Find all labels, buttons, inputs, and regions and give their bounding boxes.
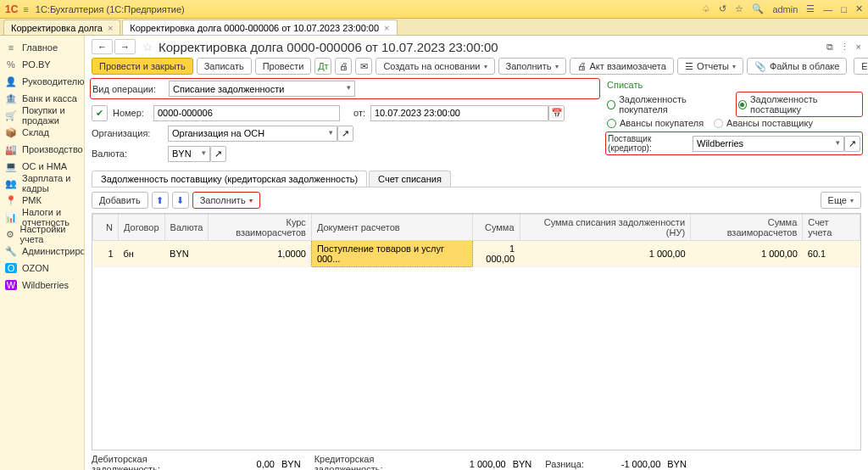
col-contract[interactable]: Договор bbox=[119, 215, 165, 241]
table: N Договор Валюта Курс взаиморасчетов Док… bbox=[92, 213, 861, 450]
date-input[interactable]: 10.07.2023 23:00:00 bbox=[370, 105, 548, 121]
close-icon[interactable]: × bbox=[108, 23, 113, 33]
move-up-button[interactable]: ⬆ bbox=[152, 192, 169, 209]
link-icon[interactable]: ⧉ bbox=[826, 42, 833, 53]
dt-kt-icon[interactable]: Дт bbox=[314, 58, 331, 75]
currency-select[interactable]: BYN bbox=[168, 146, 210, 162]
reports-button[interactable]: ☰Отчеты▾ bbox=[677, 58, 743, 75]
close-icon[interactable]: × bbox=[384, 23, 389, 33]
close-icon[interactable]: × bbox=[856, 42, 861, 52]
cell-contract[interactable]: бн bbox=[119, 241, 165, 267]
col-currency[interactable]: Валюта bbox=[164, 215, 209, 241]
factory-icon: 🏭 bbox=[5, 144, 17, 155]
print-icon[interactable]: 🖨 bbox=[335, 58, 352, 75]
people-icon: 👥 bbox=[5, 178, 17, 189]
cell-rate[interactable]: 1,0000 bbox=[209, 241, 311, 267]
number-input[interactable]: 0000-000006 bbox=[153, 105, 340, 121]
more-table-button[interactable]: Еще▾ bbox=[821, 192, 861, 209]
radio-creditor[interactable]: Задолженность поставщику bbox=[736, 92, 863, 117]
open-icon[interactable]: ↗ bbox=[337, 126, 353, 142]
sidebar-item-wb[interactable]: WWildberries bbox=[0, 277, 84, 294]
cred-label: Кредиторская задолженность: bbox=[314, 454, 442, 470]
sidebar-item-taxes[interactable]: 📊Налоги и отчетность bbox=[0, 209, 84, 226]
cell-summut[interactable]: 1 000,00 bbox=[691, 241, 803, 267]
open-icon[interactable]: ↗ bbox=[844, 136, 860, 152]
create-based-button[interactable]: Создать на основании▾ bbox=[376, 58, 494, 75]
move-down-button[interactable]: ⬇ bbox=[172, 192, 189, 209]
sidebar-item-sales[interactable]: 🛒Покупки и продажи bbox=[0, 107, 84, 124]
radio-adv-buyer[interactable]: Авансы покупателя bbox=[607, 118, 704, 128]
deb-value: 0,00 bbox=[210, 459, 278, 469]
subtabs: Задолженность поставщику (кредиторская з… bbox=[92, 171, 861, 187]
col-acct[interactable]: Счет учета bbox=[803, 215, 860, 241]
titlebar: 1C ≡ 1С:Бухгалтерия (1С:Предприятие) ♤ ↺… bbox=[0, 0, 868, 19]
menu-icon[interactable]: ≡ bbox=[23, 4, 28, 14]
search-icon[interactable]: 🔍 bbox=[752, 3, 764, 14]
col-sumwo[interactable]: Сумма списания задолженности (НУ) bbox=[520, 215, 691, 241]
subtab-account[interactable]: Счет списания bbox=[369, 171, 451, 187]
menu-dots-icon[interactable]: ⋮ bbox=[840, 42, 849, 53]
col-n[interactable]: N bbox=[93, 215, 119, 241]
sidebar-item-main[interactable]: ≡Главное bbox=[0, 39, 84, 56]
supplier-select[interactable]: Wildberries bbox=[693, 136, 844, 152]
radio-debtor[interactable]: Задолженность покупателя bbox=[607, 93, 727, 115]
tab-label: Корректировка долга 0000-000006 от 10.07… bbox=[130, 23, 379, 33]
calendar-icon[interactable]: 📅 bbox=[548, 105, 565, 121]
sidebar-item-rmk[interactable]: 📍РМК bbox=[0, 192, 84, 209]
cell-acct[interactable]: 60.1 bbox=[803, 241, 860, 267]
subtab-debt[interactable]: Задолженность поставщику (кредиторская з… bbox=[92, 171, 367, 187]
tab-document[interactable]: Корректировка долга 0000-000006 от 10.07… bbox=[122, 20, 397, 35]
cred-cur: BYN bbox=[513, 459, 532, 469]
history-icon[interactable]: ↺ bbox=[719, 3, 726, 14]
cell-docr[interactable]: Поступление товаров и услуг 000... bbox=[311, 241, 473, 267]
sidebar-item-settings[interactable]: ⚙Настройки учета bbox=[0, 226, 84, 243]
sidebar-item-production[interactable]: 🏭Производство bbox=[0, 141, 84, 158]
favorite-icon[interactable]: ☆ bbox=[142, 40, 153, 53]
col-rate[interactable]: Курс взаиморасчетов bbox=[209, 215, 311, 241]
open-icon[interactable]: ↗ bbox=[210, 146, 226, 162]
wrench-icon: 🔧 bbox=[5, 246, 17, 257]
email-icon[interactable]: ✉ bbox=[355, 58, 372, 75]
col-docr[interactable]: Документ расчетов bbox=[311, 215, 473, 241]
tab-list[interactable]: Корректировка долга × bbox=[3, 20, 120, 35]
close-icon[interactable]: ✕ bbox=[855, 3, 863, 14]
back-button[interactable]: ← bbox=[92, 39, 113, 54]
act-button[interactable]: 🖨Акт взаимозачета bbox=[570, 58, 674, 75]
more-button[interactable]: Еще▾ bbox=[854, 58, 868, 75]
sidebar-item-admin[interactable]: 🔧Администрирование bbox=[0, 243, 84, 260]
from-label: от: bbox=[340, 108, 365, 118]
minimize-icon[interactable]: — bbox=[823, 4, 832, 14]
org-select[interactable]: Организация на ОСН bbox=[168, 126, 337, 142]
sidebar-item-bank[interactable]: 🏦Банк и касса bbox=[0, 90, 84, 107]
files-button[interactable]: 📎Файлы в облаке bbox=[747, 58, 847, 75]
cell-sumwo[interactable]: 1 000,00 bbox=[520, 241, 691, 267]
bell-icon[interactable]: ♤ bbox=[702, 3, 710, 14]
sidebar-item-assets[interactable]: 💻ОС и НМА bbox=[0, 158, 84, 175]
sidebar-item-salary[interactable]: 👥Зарплата и кадры bbox=[0, 175, 84, 192]
radio-adv-supplier[interactable]: Авансы поставщику bbox=[714, 118, 813, 128]
sidebar-item-manager[interactable]: 👤Руководителю bbox=[0, 73, 84, 90]
save-button[interactable]: Записать bbox=[197, 58, 252, 75]
fill-table-button[interactable]: Заполнить▾ bbox=[192, 192, 260, 209]
table-row[interactable]: 1 бн BYN 1,0000 Поступление товаров и ус… bbox=[93, 241, 860, 267]
sidebar-item-warehouse[interactable]: 📦Склад bbox=[0, 124, 84, 141]
maximize-icon[interactable]: □ bbox=[841, 4, 847, 14]
cell-sum[interactable]: 1 000,00 bbox=[473, 241, 520, 267]
add-button[interactable]: Добавить bbox=[92, 192, 148, 209]
post-button[interactable]: Провести bbox=[255, 58, 312, 75]
user-menu-icon[interactable]: ☰ bbox=[806, 3, 815, 14]
col-sum[interactable]: Сумма bbox=[473, 215, 520, 241]
fill-button[interactable]: Заполнить▾ bbox=[498, 58, 566, 75]
sidebar-item-ozon[interactable]: OOZON bbox=[0, 260, 84, 277]
col-summut[interactable]: Сумма взаиморасчетов bbox=[691, 215, 803, 241]
forward-button[interactable]: → bbox=[114, 39, 136, 54]
sidebar: ≡Главное %PO.BY 👤Руководителю 🏦Банк и ка… bbox=[0, 36, 85, 470]
post-close-button[interactable]: Провести и закрыть bbox=[92, 58, 193, 75]
report-icon: ☰ bbox=[685, 61, 693, 72]
cell-currency[interactable]: BYN bbox=[164, 241, 209, 267]
bank-icon: 🏦 bbox=[5, 93, 17, 104]
star-icon[interactable]: ☆ bbox=[735, 3, 743, 14]
diff-label: Разница: bbox=[545, 459, 596, 469]
operation-select[interactable]: Списание задолженности bbox=[169, 81, 355, 97]
sidebar-item-poby[interactable]: %PO.BY bbox=[0, 56, 84, 73]
